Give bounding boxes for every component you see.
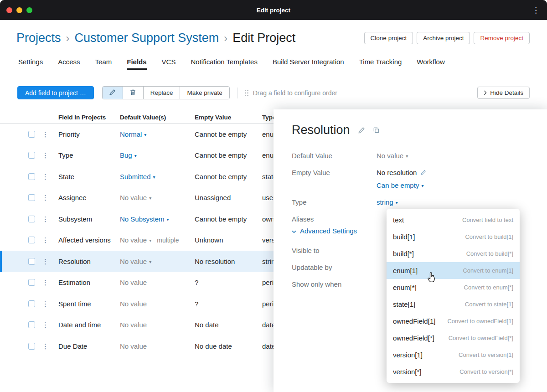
make-private-button[interactable]: Make private	[180, 87, 229, 99]
drag-handle-icon[interactable]: ⋮	[42, 173, 48, 180]
clone-project-button[interactable]: Clone project	[364, 32, 413, 44]
drag-handle-icon[interactable]: ⋮	[42, 321, 48, 328]
type-menu-item-version-1[interactable]: version[1]Convert to version[1]	[387, 346, 520, 363]
field-name: Type	[58, 151, 120, 159]
tabs: SettingsAccessTeamFieldsVCSNotification …	[0, 46, 547, 70]
row-checkbox[interactable]	[28, 173, 35, 180]
row-checkbox[interactable]	[28, 237, 35, 243]
default-value-select[interactable]: No value▾	[377, 152, 408, 160]
type-menu-item-build[interactable]: build[*]Convert to build[*]	[387, 245, 520, 262]
drag-handle-icon[interactable]: ⋮	[42, 237, 48, 243]
type-menu-item-state-1[interactable]: state[1]Convert to state[1]	[387, 296, 520, 313]
edit-field-button[interactable]	[103, 87, 123, 99]
column-empty-value: Empty Value	[195, 114, 262, 121]
drag-handle-icon[interactable]: ⋮	[42, 258, 48, 265]
tab-time-tracking[interactable]: Time Tracking	[359, 58, 402, 70]
empty-value: Cannot be empty	[195, 151, 262, 159]
field-name: State	[58, 173, 120, 181]
drag-handle-icon[interactable]: ⋮	[42, 131, 48, 138]
tab-workflow[interactable]: Workflow	[417, 58, 444, 70]
archive-project-button[interactable]: Archive project	[417, 32, 470, 44]
default-value-select[interactable]: No value▾	[120, 258, 151, 265]
tab-build-server-integration[interactable]: Build Server Integration	[273, 58, 344, 70]
field-name: Affected versions	[58, 236, 120, 244]
field-name: Subsystem	[58, 215, 120, 223]
type-select[interactable]: string▾	[377, 198, 398, 206]
breadcrumb-projects-link[interactable]: Projects	[16, 30, 61, 46]
row-checkbox[interactable]	[28, 152, 35, 159]
tab-team[interactable]: Team	[95, 58, 112, 70]
advanced-settings-toggle[interactable]: Advanced Settings	[292, 227, 357, 235]
edit-pencil-icon[interactable]	[420, 170, 426, 175]
duplicate-field-icon[interactable]	[373, 127, 380, 134]
minimize-window-button[interactable]	[16, 7, 22, 13]
titlebar: Edit project ⋮	[0, 0, 547, 20]
empty-value: Cannot be empty	[195, 173, 262, 181]
breadcrumb-project-link[interactable]: Customer Support System	[75, 30, 219, 46]
overflow-menu-icon[interactable]: ⋮	[532, 6, 540, 14]
row-checkbox[interactable]	[28, 321, 35, 328]
breadcrumb-separator: ›	[66, 31, 70, 46]
drag-handle-icon[interactable]: ⋮	[42, 343, 48, 350]
type-menu-item-text[interactable]: textConvert field to text	[387, 211, 520, 228]
multiple-badge: multiple	[157, 237, 179, 244]
type-menu-item-ownedfield[interactable]: ownedField[*]Convert to ownedField[*]	[387, 330, 520, 346]
hide-details-button[interactable]: Hide Details	[477, 87, 530, 99]
toolbar-divider	[237, 88, 237, 98]
tab-fields[interactable]: Fields	[127, 58, 146, 70]
default-value-select[interactable]: No value▾	[120, 194, 151, 201]
rename-field-icon[interactable]	[358, 127, 365, 134]
tab-settings[interactable]: Settings	[18, 58, 43, 70]
window-title: Edit project	[0, 7, 547, 14]
default-value-select: No value	[120, 321, 147, 329]
row-checkbox[interactable]	[28, 300, 35, 307]
add-field-button[interactable]: Add field to project …	[17, 86, 94, 99]
type-menu-item-version[interactable]: version[*]Convert to version[*]	[387, 363, 520, 380]
drag-handle-icon[interactable]: ⋮	[42, 216, 48, 222]
replace-field-button[interactable]: Replace	[144, 87, 181, 99]
zoom-window-button[interactable]	[26, 7, 32, 13]
type-menu-item-enum-1[interactable]: enum[1]Convert to enum[1]	[387, 262, 520, 279]
aliases-label: Aliases	[292, 215, 377, 223]
default-value-select: No value	[120, 342, 147, 350]
remove-project-button[interactable]: Remove project	[474, 32, 530, 44]
chevron-down-icon	[292, 227, 296, 235]
show-only-when-label: Show only when	[292, 280, 377, 288]
tab-access[interactable]: Access	[58, 58, 80, 70]
empty-value-row: Empty Value No resolution Can be empty▾	[292, 169, 533, 189]
type-menu-item-build-1[interactable]: build[1]Convert to build[1]	[387, 228, 520, 245]
field-name: Estimation	[58, 279, 120, 286]
type-label: Type	[292, 198, 377, 206]
row-checkbox[interactable]	[28, 343, 35, 350]
type-menu-item-enum[interactable]: enum[*]Convert to enum[*]	[387, 279, 520, 296]
drag-handle-icon[interactable]: ⋮	[42, 279, 48, 286]
close-window-button[interactable]	[6, 7, 12, 13]
drag-handle-icon[interactable]: ⋮	[42, 300, 48, 307]
type-row: Type string▾	[292, 198, 533, 206]
tab-notification-templates[interactable]: Notification Templates	[191, 58, 257, 70]
default-value-select[interactable]: No Subsystem▾	[120, 215, 169, 223]
updatable-by-label: Updatable by	[292, 263, 377, 271]
row-checkbox[interactable]	[28, 279, 35, 286]
row-checkbox[interactable]	[28, 258, 35, 265]
empty-value: Unassigned	[195, 194, 262, 201]
delete-field-button[interactable]	[123, 87, 144, 99]
default-value-select[interactable]: Submitted▾	[120, 173, 155, 181]
empty-value-text[interactable]: No resolution	[377, 169, 426, 176]
row-checkbox[interactable]	[28, 131, 35, 138]
tab-vcs[interactable]: VCS	[162, 58, 176, 70]
default-value-select[interactable]: No value▾	[120, 236, 151, 244]
details-header: Resolution	[292, 123, 533, 137]
field-name: Spent time	[58, 300, 120, 308]
type-menu-item-ownedfield-1[interactable]: ownedField[1]Convert to ownedField[1]	[387, 313, 520, 330]
drag-handle-icon[interactable]: ⋮	[42, 194, 48, 201]
page-header: Projects › Customer Support System › Edi…	[0, 20, 547, 46]
can-be-empty-select[interactable]: Can be empty▾	[377, 181, 426, 189]
drag-handle-icon[interactable]: ⋮	[42, 152, 48, 159]
default-value-select: No value	[120, 300, 147, 308]
row-checkbox[interactable]	[28, 194, 35, 201]
default-value-select[interactable]: Bug▾	[120, 151, 137, 159]
row-checkbox[interactable]	[28, 216, 35, 222]
default-value-select[interactable]: Normal▾	[120, 130, 146, 138]
field-actions-group: Replace Make private	[102, 86, 230, 99]
